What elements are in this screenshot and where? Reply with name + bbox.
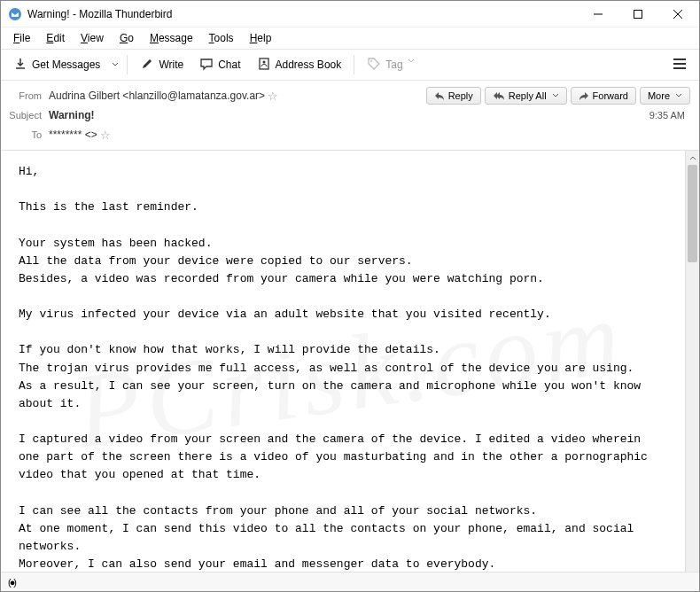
message-body[interactable]: Hi, This is the last reminder. Your syst… [1, 151, 685, 592]
address-book-icon [257, 57, 271, 74]
pencil-icon [140, 57, 154, 74]
to-label: To [1, 129, 49, 140]
forward-button[interactable]: Forward [571, 87, 636, 105]
menu-message[interactable]: Message [143, 30, 200, 46]
menu-go[interactable]: Go [113, 30, 141, 46]
menu-edit[interactable]: Edit [39, 30, 72, 46]
address-book-button[interactable]: Address Book [250, 53, 349, 77]
message-actions: Reply Reply All Forward More [426, 87, 690, 105]
chat-button[interactable]: Chat [192, 53, 247, 77]
tag-icon [367, 57, 381, 74]
subject-value: Warning! [49, 109, 95, 121]
reply-all-button[interactable]: Reply All [485, 87, 567, 105]
from-value[interactable]: Audrina Gilbert <hlanzillo@lamatanza.gov… [49, 90, 265, 102]
tag-label: Tag [385, 58, 402, 71]
forward-icon [579, 91, 589, 100]
svg-point-0 [9, 8, 21, 20]
to-value[interactable]: ******** <> [49, 129, 97, 141]
svg-point-7 [370, 60, 372, 62]
app-icon [8, 7, 22, 21]
chat-icon [199, 57, 214, 74]
svg-rect-2 [634, 10, 642, 18]
menu-help[interactable]: Help [243, 30, 279, 46]
chat-label: Chat [218, 58, 240, 71]
scroll-track[interactable] [686, 165, 699, 583]
reply-icon [434, 91, 445, 100]
from-label: From [1, 90, 49, 101]
message-body-container: Hi, This is the last reminder. Your syst… [1, 151, 699, 592]
app-menu-button[interactable] [665, 54, 694, 76]
chevron-down-icon [675, 92, 682, 99]
maximize-button[interactable] [618, 1, 657, 27]
separator [354, 55, 354, 74]
address-book-label: Address Book [276, 58, 342, 71]
star-icon[interactable]: ☆ [268, 90, 278, 103]
write-button[interactable]: Write [133, 53, 191, 77]
hamburger-icon [673, 58, 687, 70]
minimize-button[interactable] [578, 1, 618, 27]
svg-point-6 [262, 60, 265, 63]
reply-label: Reply [448, 90, 473, 101]
get-messages-button[interactable]: Get Messages [6, 53, 107, 77]
window-title: Warning! - Mozilla Thunderbird [27, 8, 578, 20]
chevron-down-icon [408, 58, 422, 72]
status-bar: (●) [1, 572, 699, 591]
scroll-up-arrow[interactable] [686, 151, 699, 165]
forward-label: Forward [593, 90, 628, 101]
chevron-down-icon [552, 92, 559, 99]
menu-file[interactable]: File [6, 30, 37, 46]
download-icon [13, 57, 27, 74]
main-toolbar: Get Messages Write Chat Address Book Tag [1, 49, 699, 81]
more-label: More [648, 90, 670, 101]
get-messages-dropdown[interactable] [109, 58, 121, 72]
menu-bar: File Edit View Go Message Tools Help [1, 27, 699, 49]
menu-view[interactable]: View [74, 30, 111, 46]
subject-label: Subject [1, 110, 49, 121]
menu-tools[interactable]: Tools [202, 30, 241, 46]
tag-button[interactable]: Tag [360, 53, 428, 77]
more-button[interactable]: More [640, 87, 690, 105]
write-label: Write [159, 58, 183, 71]
message-time: 9:35 AM [649, 110, 690, 121]
reply-button[interactable]: Reply [426, 87, 481, 105]
chevron-down-icon [112, 61, 119, 68]
message-header: From Audrina Gilbert <hlanzillo@lamatanz… [1, 81, 699, 151]
online-status-icon[interactable]: (●) [8, 577, 15, 588]
separator [127, 55, 128, 74]
reply-all-icon [493, 91, 505, 100]
get-messages-label: Get Messages [32, 58, 100, 71]
vertical-scrollbar[interactable] [685, 151, 699, 592]
scroll-thumb[interactable] [688, 165, 697, 262]
title-bar: Warning! - Mozilla Thunderbird [1, 1, 699, 27]
close-button[interactable] [657, 1, 697, 27]
reply-all-label: Reply All [509, 90, 547, 101]
star-icon[interactable]: ☆ [100, 129, 111, 142]
